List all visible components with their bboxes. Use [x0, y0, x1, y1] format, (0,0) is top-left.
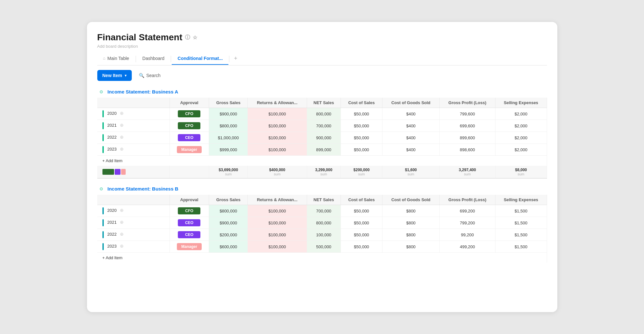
- add-item-cell-b[interactable]: + Add Item: [97, 253, 547, 263]
- cell-returns: $100,000: [248, 241, 307, 253]
- tab-main-table[interactable]: ⌂ Main Table: [97, 53, 135, 65]
- group-a-toggle[interactable]: ⊙: [98, 88, 105, 95]
- group-b-toggle[interactable]: ⊙: [98, 185, 105, 192]
- row-indicator: [102, 110, 104, 117]
- cell-returns: $100,000: [248, 120, 307, 132]
- cell-approval: CEO: [169, 132, 209, 144]
- tab-dashboard-label: Dashboard: [142, 56, 165, 61]
- group-b-name: Income Statement: Business B: [108, 186, 178, 192]
- cell-cost-sales: $50,000: [341, 120, 382, 132]
- approval-badge: CFO: [178, 207, 200, 214]
- col-cogs-b: Cost of Goods Sold: [382, 195, 440, 205]
- col-year-a: [97, 98, 170, 108]
- cell-selling: $1,500: [495, 229, 547, 241]
- col-year-b: [97, 195, 170, 205]
- table-row: 2020 ⊕ CFO $800,000 $100,000 700,000 $50…: [97, 205, 547, 217]
- tab-divider-3: [229, 56, 229, 62]
- group-a-section: ⊙ Income Statement: Business A Approval …: [97, 88, 547, 179]
- col-cogs-a: Cost of Goods Sold: [382, 98, 440, 108]
- col-cost-sales-b: Cost of Sales: [341, 195, 382, 205]
- row-add-icon[interactable]: ⊕: [120, 231, 124, 237]
- cell-net-sales: 700,000: [307, 120, 341, 132]
- home-icon: ⌂: [103, 56, 106, 61]
- approval-badge: CFO: [178, 122, 200, 129]
- search-label: Search: [146, 73, 160, 78]
- row-add-icon[interactable]: ⊕: [120, 208, 124, 213]
- page-title: Financial Statement: [97, 32, 183, 43]
- col-gross-profit-a: Gross Profit (Loss): [439, 98, 495, 108]
- cell-cost-sales: $50,000: [341, 217, 382, 229]
- cell-year: 2022 ⊕: [97, 229, 170, 241]
- add-item-cell-a[interactable]: + Add Item: [97, 156, 547, 166]
- cell-approval: Manager: [169, 144, 209, 156]
- cell-approval: CFO: [169, 108, 209, 120]
- approval-badge: Manager: [177, 243, 202, 250]
- page-header: Financial Statement ⓘ ☆: [97, 32, 547, 43]
- cell-selling: $2,000: [495, 144, 547, 156]
- row-add-icon[interactable]: ⊕: [120, 123, 124, 128]
- cell-approval: Manager: [169, 241, 209, 253]
- cell-net-sales: 100,000: [307, 229, 341, 241]
- tab-conditional[interactable]: Conditional Format...: [172, 53, 228, 65]
- summary-cogs: $1,600 sum: [382, 166, 440, 178]
- tab-dashboard[interactable]: Dashboard: [137, 53, 170, 65]
- group-a-header: ⊙ Income Statement: Business A: [97, 88, 547, 95]
- group-a-header-row: Approval Gross Sales Returns & Allowan..…: [97, 98, 547, 108]
- cell-gross-profit: 799,200: [439, 217, 495, 229]
- cell-year: 2020 ⊕: [97, 108, 170, 120]
- new-item-label: New Item: [102, 73, 122, 78]
- cell-cogs: $400: [382, 144, 440, 156]
- cell-selling: $2,000: [495, 108, 547, 120]
- col-returns-a: Returns & Allowan...: [248, 98, 307, 108]
- new-item-button[interactable]: New Item ▾: [97, 70, 132, 81]
- cell-selling: $1,500: [495, 241, 547, 253]
- col-approval-a: Approval: [169, 98, 209, 108]
- cell-selling: $1,500: [495, 217, 547, 229]
- star-icon[interactable]: ☆: [193, 34, 197, 41]
- cell-returns: $100,000: [248, 132, 307, 144]
- bar-ceo: [115, 169, 120, 175]
- cell-cost-sales: $50,000: [341, 108, 382, 120]
- cell-gross-sales: $600,000: [209, 241, 248, 253]
- group-b-table: Approval Gross Sales Returns & Allowan..…: [97, 195, 547, 263]
- bar-cfo: [102, 169, 114, 175]
- tab-main-table-label: Main Table: [107, 56, 129, 61]
- search-icon: 🔍: [139, 73, 144, 78]
- tab-conditional-label: Conditional Format...: [178, 56, 223, 61]
- board-description[interactable]: Add board description: [97, 44, 547, 49]
- summary-gross-profit: 3,297,400 sum: [439, 166, 495, 178]
- row-indicator: [102, 146, 104, 153]
- cell-net-sales: 899,000: [307, 144, 341, 156]
- add-item-row-b[interactable]: + Add Item: [97, 253, 547, 263]
- table-row: 2023 ⊕ Manager $600,000 $100,000 500,000…: [97, 241, 547, 253]
- row-add-icon[interactable]: ⊕: [120, 111, 124, 116]
- cell-gross-profit: 699,200: [439, 205, 495, 217]
- cell-year: 2023 ⊕: [97, 144, 170, 156]
- summary-row-a: $3,699,000 sum $400,000 sum 3,299,000 su…: [97, 166, 547, 178]
- cell-year: 2021 ⊕: [97, 217, 170, 229]
- col-approval-b: Approval: [169, 195, 209, 205]
- cell-returns: $100,000: [248, 108, 307, 120]
- cell-year: 2022 ⊕: [97, 132, 170, 144]
- cell-cogs: $400: [382, 108, 440, 120]
- cell-gross-sales: $200,000: [209, 229, 248, 241]
- row-add-icon[interactable]: ⊕: [120, 134, 124, 140]
- cell-selling: $1,500: [495, 205, 547, 217]
- table-row: 2022 ⊕ CEO $1,000,000 $100,000 900,000 $…: [97, 132, 547, 144]
- row-add-icon[interactable]: ⊕: [120, 243, 124, 249]
- row-add-icon[interactable]: ⊕: [120, 146, 124, 152]
- cell-cost-sales: $50,000: [341, 241, 382, 253]
- summary-returns: $400,000 sum: [248, 166, 307, 178]
- bar-manager: [121, 169, 126, 175]
- cell-approval: CFO: [169, 205, 209, 217]
- cell-year: 2021 ⊕: [97, 120, 170, 132]
- info-icon[interactable]: ⓘ: [185, 34, 190, 41]
- row-indicator: [102, 134, 104, 141]
- col-net-sales-a: NET Sales: [307, 98, 341, 108]
- add-item-row-a[interactable]: + Add Item: [97, 156, 547, 166]
- tab-add-button[interactable]: +: [230, 53, 241, 65]
- group-b-section: ⊙ Income Statement: Business B Approval …: [97, 185, 547, 263]
- search-button[interactable]: 🔍 Search: [136, 71, 164, 80]
- row-add-icon[interactable]: ⊕: [120, 220, 124, 225]
- group-a-table: Approval Gross Sales Returns & Allowan..…: [97, 98, 547, 179]
